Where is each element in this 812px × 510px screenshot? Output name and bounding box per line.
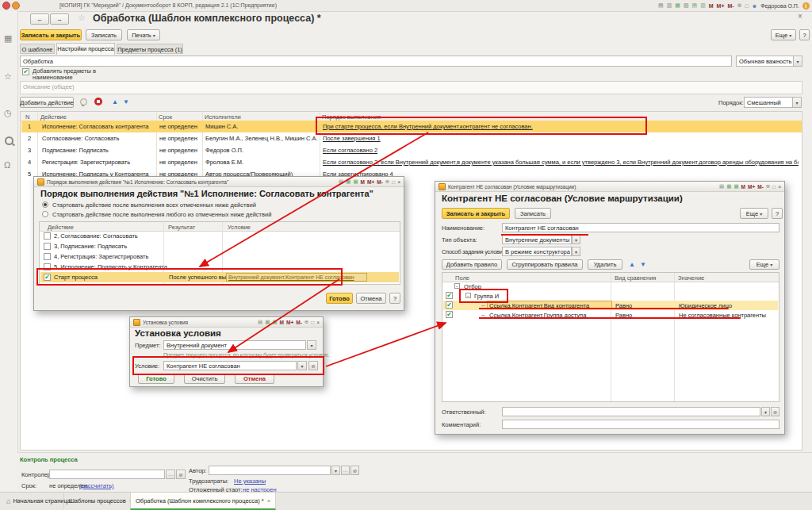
author-pick-button[interactable]: …: [341, 466, 350, 475]
table-row[interactable]: 4 Регистрация: Зарегистрировать не опред…: [21, 156, 802, 168]
radio-start-after-any[interactable]: [42, 211, 48, 217]
zoom-icon[interactable]: ⊕: [385, 178, 389, 185]
importance-dropdown-icon[interactable]: ▾: [793, 56, 802, 67]
filter-rule-row[interactable]: ✔ – Ссылка.Контрагент.Вид контрагента Ра…: [443, 301, 778, 310]
panels-icon[interactable]: □: [745, 3, 749, 9]
filter-rule-row[interactable]: ✔ – Ссылка.Контрагент.Группа доступа Рав…: [443, 310, 778, 320]
group-rules-button[interactable]: Сгруппировать правила: [507, 259, 583, 270]
zoom-icon[interactable]: ⊕: [766, 183, 770, 190]
filter-group-row[interactable]: ✔ − Группа И: [443, 291, 778, 301]
save-button[interactable]: Записать: [86, 29, 122, 40]
save-button[interactable]: Записать: [515, 208, 551, 219]
memory-m-icon[interactable]: М: [741, 184, 745, 190]
condition-clip-icon[interactable]: ⊘: [308, 361, 318, 370]
responsible-input[interactable]: [502, 407, 760, 416]
col-header-compare[interactable]: Вид сравнения: [615, 274, 656, 282]
cancel-button[interactable]: Отмена: [235, 374, 274, 384]
help-button[interactable]: ?: [389, 293, 400, 304]
zoom-icon[interactable]: ⊕: [737, 2, 742, 9]
more-button-2[interactable]: Еще ▾: [749, 259, 779, 270]
row-order-link[interactable]: При старте процесса, если Внутренний док…: [323, 123, 533, 130]
clear-button[interactable]: Очистить: [184, 374, 225, 384]
order-dropdown-icon[interactable]: ▾: [792, 97, 802, 108]
row-checkbox[interactable]: [44, 232, 51, 240]
memory-m-icon[interactable]: М: [709, 3, 714, 9]
done-button[interactable]: Готово: [326, 293, 353, 304]
tab-process-subjects[interactable]: Предметы процесса (1): [117, 44, 183, 54]
start-process-row[interactable]: ✔ Старт процесса После успешного вып... …: [40, 272, 399, 282]
memory-mminus-icon[interactable]: М-: [377, 179, 383, 185]
panel1-icon[interactable]: ▦: [726, 183, 731, 190]
collapse-icon[interactable]: −: [465, 293, 471, 298]
collapse-icon[interactable]: −: [454, 283, 460, 289]
order-select[interactable]: Смешанный: [744, 97, 793, 108]
condition-method-select[interactable]: В режиме конструктора: [502, 247, 572, 256]
tab-templates[interactable]: Шаблоны процессов ×: [63, 493, 137, 509]
row-checkbox[interactable]: [44, 263, 51, 270]
col-header-action[interactable]: Действие: [48, 224, 74, 231]
effort-link[interactable]: Не указаны: [234, 477, 266, 485]
dialog2-titlebar[interactable]: Установка условия ▤ ▦ ▦ М М+ М- ⊕ □ ×: [130, 317, 323, 328]
col-header-condition[interactable]: Условие: [228, 224, 251, 231]
save-icon[interactable]: ▤: [658, 2, 664, 9]
name-input[interactable]: Контрагент НЕ согласован: [502, 223, 779, 232]
table-row[interactable]: 5, Исполнение: Подписать у Контрагента: [40, 262, 399, 272]
author-clip-icon[interactable]: ⊘: [350, 466, 359, 475]
row-order-link[interactable]: После завершения 1: [323, 135, 381, 142]
table-row[interactable]: 3, Подписание: Подписать: [40, 241, 399, 251]
author-dropdown-icon[interactable]: ▾: [331, 466, 340, 475]
object-type-dropdown-icon[interactable]: ▾: [572, 235, 580, 244]
copy-icon[interactable]: ▤: [719, 183, 724, 190]
favorite-star-icon[interactable]: ☆: [78, 13, 86, 23]
memory-mplus-icon[interactable]: М+: [367, 179, 374, 185]
memory-mminus-icon[interactable]: М-: [728, 3, 734, 9]
term-calc-link[interactable]: (рассчитать): [79, 482, 114, 489]
app-badge-orange[interactable]: [12, 2, 20, 10]
subject-select[interactable]: Внутренний документ: [163, 340, 306, 350]
memory-mplus-icon[interactable]: М+: [748, 184, 755, 190]
col-header-order[interactable]: Порядок выполнения: [322, 113, 381, 121]
col-header-term[interactable]: Срок: [159, 113, 172, 121]
window-close-icon[interactable]: ×: [798, 12, 802, 21]
close-icon[interactable]: ×: [778, 184, 781, 190]
move-down-icon[interactable]: ▼: [640, 261, 646, 268]
comment-input[interactable]: [502, 420, 779, 429]
move-down-icon[interactable]: ▼: [123, 98, 129, 105]
nav-back-button[interactable]: ←: [30, 13, 49, 25]
menu-grid-icon[interactable]: ▦: [4, 33, 12, 44]
controller-input[interactable]: [49, 470, 165, 479]
panel2-icon[interactable]: ▦: [733, 183, 738, 190]
close-icon[interactable]: ×: [316, 320, 320, 325]
condition-select[interactable]: Контрагент НЕ согласован: [163, 361, 297, 370]
info-icon[interactable]: i: [802, 2, 810, 10]
dialog3-titlebar[interactable]: Контрагент НЕ согласован (Условие маршру…: [435, 182, 784, 192]
more-button[interactable]: Еще ▾: [740, 208, 768, 219]
panel2-icon[interactable]: ▦: [272, 319, 277, 325]
notifications-bell-icon[interactable]: Ω: [4, 160, 10, 170]
delete-button[interactable]: Удалить: [588, 259, 622, 270]
author-input[interactable]: [209, 466, 331, 475]
memory-m-icon[interactable]: М: [361, 179, 365, 185]
col-header-field[interactable]: Поле: [455, 274, 469, 282]
row-order-link[interactable]: Если согласовано 2: [323, 147, 377, 154]
start-row-condition-cell[interactable]: Внутренний документ.Контрагент НЕ соглас…: [226, 273, 367, 282]
col-header-n[interactable]: N: [25, 113, 29, 121]
maximize-icon[interactable]: □: [311, 320, 314, 325]
table-row[interactable]: 2, Согласование: Согласовать: [40, 231, 399, 241]
print-button[interactable]: Печать ▾: [127, 29, 160, 40]
history-clock-icon[interactable]: ◷: [4, 108, 12, 118]
col-header-action[interactable]: Действие: [40, 113, 67, 121]
more-button[interactable]: Еще ▾: [771, 29, 796, 40]
print-icon[interactable]: ▥: [667, 2, 672, 9]
favorites-star-icon[interactable]: ☆: [4, 71, 12, 82]
filter-root-row[interactable]: − Отбор: [443, 282, 778, 291]
table-row[interactable]: 2 Согласование: Согласовать не определен…: [21, 132, 802, 144]
help-button[interactable]: ?: [772, 208, 783, 219]
table-row[interactable]: 1 Исполнение: Согласовать контрагента не…: [21, 121, 802, 132]
save-close-button[interactable]: Записать и закрыть: [20, 29, 82, 40]
tab-close-icon[interactable]: ×: [267, 497, 270, 504]
col-header-value[interactable]: Значение: [678, 274, 704, 282]
table-row[interactable]: 3 Подписание: Подписать не определен Фед…: [21, 144, 802, 156]
calendar-icon[interactable]: ▤: [692, 2, 698, 9]
tab-about-template[interactable]: О шаблоне: [20, 44, 55, 54]
